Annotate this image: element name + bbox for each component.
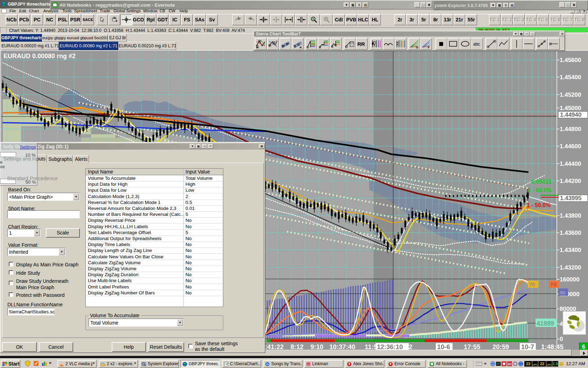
svg-text:1.44940: 1.44940 bbox=[560, 111, 581, 118]
svg-text:M: M bbox=[256, 46, 259, 49]
svg-text:10:37:40: 10:37:40 bbox=[329, 343, 355, 350]
svg-text:RR: RR bbox=[357, 41, 365, 47]
svg-text:1.44600: 1.44600 bbox=[560, 143, 581, 150]
svg-text:abc: abc bbox=[473, 42, 480, 47]
svg-text:8:12: 8:12 bbox=[290, 343, 303, 350]
svg-text:1:48:45: 1:48:45 bbox=[541, 343, 564, 350]
svg-text:74: 74 bbox=[550, 281, 556, 287]
svg-text:41989: 41989 bbox=[537, 320, 554, 327]
svg-text:1.43200: 1.43200 bbox=[560, 264, 581, 271]
svg-text:1.44200: 1.44200 bbox=[560, 178, 581, 184]
svg-text:1.45200: 1.45200 bbox=[560, 91, 581, 98]
svg-text:G: G bbox=[416, 46, 418, 49]
svg-text:10-6: 10-6 bbox=[437, 343, 450, 350]
svg-text:0.00031: 0.00031 bbox=[531, 179, 552, 185]
svg-text:F: F bbox=[428, 46, 430, 49]
svg-text:160000: 160000 bbox=[560, 276, 580, 283]
svg-text:20:59: 20:59 bbox=[492, 343, 509, 350]
svg-text:1.45400: 1.45400 bbox=[560, 74, 581, 81]
svg-text:2: 2 bbox=[409, 343, 412, 350]
svg-text:17:55: 17:55 bbox=[464, 343, 480, 350]
svg-text:70: 70 bbox=[529, 281, 535, 287]
svg-text:1.44800: 1.44800 bbox=[560, 126, 581, 132]
svg-text:1.43800: 1.43800 bbox=[560, 212, 581, 219]
svg-text:EURAUD 0.00080 rng #2: EURAUD 0.00080 rng #2 bbox=[4, 53, 76, 60]
svg-text:11:5: 11:5 bbox=[365, 343, 377, 350]
svg-text::41:22: :41:22 bbox=[265, 343, 284, 350]
svg-text:R: R bbox=[300, 46, 302, 49]
svg-text:1.43600: 1.43600 bbox=[560, 230, 581, 236]
svg-text:1.45000: 1.45000 bbox=[560, 105, 581, 111]
svg-text:1.43400: 1.43400 bbox=[560, 247, 581, 253]
svg-text:1 - 60.0%: 1 - 60.0% bbox=[528, 187, 552, 193]
svg-text:46: 46 bbox=[559, 289, 565, 295]
svg-text:0: 0 bbox=[560, 336, 563, 342]
svg-text:1.43995: 1.43995 bbox=[560, 195, 581, 202]
svg-text:1.44400: 1.44400 bbox=[560, 161, 581, 167]
svg-text:12:36:10: 12:36:10 bbox=[377, 343, 403, 350]
svg-text:9:10: 9:10 bbox=[310, 343, 323, 350]
svg-text:1.45600: 1.45600 bbox=[560, 57, 581, 63]
svg-text:6: 6 bbox=[582, 344, 585, 350]
svg-text:SC: SC bbox=[507, 362, 512, 366]
svg-text:10-7: 10-7 bbox=[521, 343, 534, 350]
svg-text:1 - 50.0%: 1 - 50.0% bbox=[527, 202, 551, 208]
